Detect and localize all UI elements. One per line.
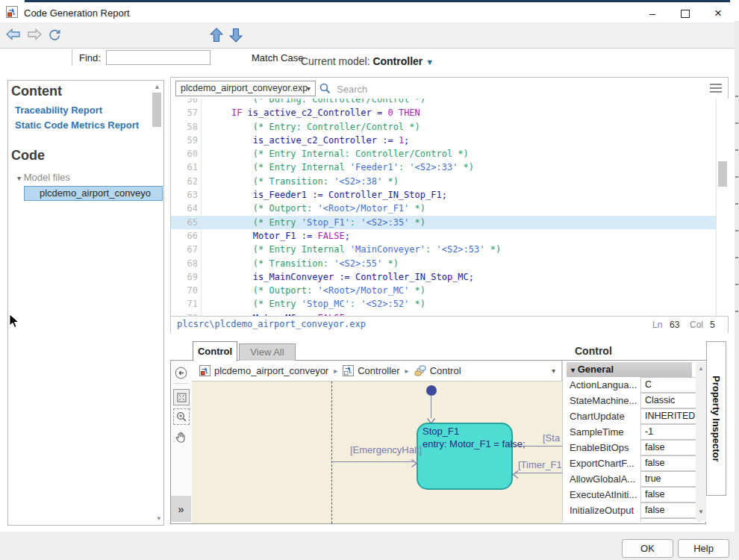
maximize-button[interactable] <box>675 5 696 22</box>
sidebar-scroll-down-icon[interactable]: ▾ <box>157 514 160 522</box>
code-trace-link[interactable]: '<S2>:33' <box>409 162 458 172</box>
code-trace-link[interactable]: 'MainConveyer' <box>350 244 425 255</box>
file-dropdown[interactable]: plcdemo_airport_conveyor.exp ▾ <box>175 81 316 96</box>
code-scrollbar-thumb[interactable] <box>718 161 727 187</box>
property-panel: ▾ General ActionLangua...CStateMachine..… <box>562 361 706 522</box>
transition-label-timer-f1[interactable]: [Timer_F1 <box>518 459 562 470</box>
current-model-bar: Current model: Controller ▼ <box>0 48 735 75</box>
code-text: is_Feeder1 := Controller_IN_Stop_F1; <box>210 188 447 202</box>
code-trace-link[interactable]: '<Root>/Motor_MC' <box>318 285 410 296</box>
code-trace-link[interactable]: 'Stop_MC' <box>302 299 350 309</box>
code-text: (* Entry Internal: Controller/Control *) <box>210 147 469 161</box>
transition-label-emergencyhalt[interactable]: [EmergencyHalt] <box>350 444 422 455</box>
code-trace-link[interactable]: '<S2>:52' <box>361 299 409 309</box>
back-circle-icon[interactable] <box>173 365 188 380</box>
current-model-value[interactable]: Controller <box>372 55 422 67</box>
app-icon <box>6 6 18 21</box>
property-value[interactable]: false <box>640 487 699 503</box>
tab-view-all[interactable]: View All <box>239 343 296 361</box>
code-text: (* Entry 'Stop_MC': '<S2>:52' *) <box>210 297 425 311</box>
property-label: StateMachine... <box>570 395 638 406</box>
property-scroll-down-icon[interactable]: ▼ <box>698 508 704 515</box>
code-statusbar: plcsrc\plcdemo_airport_conveyor.exp Ln 6… <box>171 316 728 333</box>
pan-hand-icon[interactable] <box>173 429 188 444</box>
property-value[interactable]: false <box>640 503 699 518</box>
code-heading: Code <box>11 148 45 164</box>
breadcrumb-dropdown-caret[interactable]: ▾ <box>552 367 555 375</box>
line-number: 57 <box>171 106 198 119</box>
forward-icon[interactable] <box>27 28 42 43</box>
traceability-report-link[interactable]: Traceability Report <box>15 105 102 116</box>
tree-collapse-caret[interactable]: ▾ <box>17 174 21 182</box>
state-label: Stop_F1 entry: Motor_F1 = false; <box>422 425 526 450</box>
sidebar-scrollbar-thumb[interactable] <box>152 93 161 127</box>
line-number: 61 <box>171 161 198 174</box>
file-dropdown-caret-icon[interactable]: ▾ <box>307 81 311 96</box>
property-value[interactable]: false <box>640 518 699 522</box>
state-name: Stop_F1 <box>422 425 526 438</box>
property-value[interactable]: true <box>640 471 699 487</box>
property-scrollbar[interactable]: ▲ ▼ <box>696 362 706 520</box>
transition-label-start[interactable]: [Sta <box>543 432 560 444</box>
code-trace-link[interactable]: 'Stop_F1' <box>302 217 350 228</box>
static-code-metrics-link[interactable]: Static Code Metrics Report <box>15 119 139 131</box>
transition-line-out-right[interactable] <box>513 446 562 447</box>
code-token: ; <box>345 231 350 241</box>
property-value[interactable]: INHERITED <box>640 408 699 424</box>
code-token: FALSE <box>318 231 345 241</box>
line-number: 70 <box>171 284 198 297</box>
menu-icon[interactable] <box>710 81 722 95</box>
property-value[interactable]: Classic <box>640 393 699 408</box>
zoom-in-icon[interactable] <box>173 408 190 425</box>
code-token: (* Entry Internal <box>253 244 350 255</box>
code-text: is_MainConveyer := Controller_IN_Stop_MC… <box>210 270 474 284</box>
property-row: InitializeOutputfalse <box>567 503 696 518</box>
subsystem-icon <box>343 365 354 376</box>
breadcrumb-item[interactable]: Control <box>414 365 461 376</box>
breadcrumb-item[interactable]: plcdemo_airport_conveyor <box>199 365 328 376</box>
code-token: THEN <box>399 108 420 118</box>
property-scroll-up-icon[interactable]: ▲ <box>698 365 704 372</box>
breadcrumb-separator-icon: ▸ <box>334 367 337 375</box>
code-trace-link[interactable]: '<S2>:53' <box>436 244 484 255</box>
code-trace-link[interactable]: '<S2>:38' <box>334 176 382 187</box>
close-button[interactable]: × <box>708 5 729 22</box>
code-trace-link[interactable]: 'Feeder1' <box>350 162 399 172</box>
property-row: StateMachine...Classic <box>567 393 696 408</box>
code-trace-link[interactable]: '<Root>/Motor_F1' <box>318 203 410 214</box>
minimize-button[interactable]: – <box>642 5 663 22</box>
sidebar-scroll-up-icon[interactable]: ▲ <box>154 83 160 90</box>
code-scrollbar[interactable] <box>716 99 729 316</box>
ok-button[interactable]: OK <box>622 539 673 558</box>
property-value[interactable]: false <box>640 440 699 455</box>
line-number: 68 <box>171 257 198 270</box>
mouse-cursor <box>9 314 21 333</box>
tab-control[interactable]: Control <box>193 341 237 361</box>
section-collapse-caret[interactable]: ▾ <box>571 366 575 374</box>
find-next-icon[interactable] <box>229 28 243 46</box>
transition-line-left[interactable] <box>331 461 414 462</box>
selected-model-file-item[interactable]: plcdemo_airport_conveyo <box>24 186 163 201</box>
property-inspector-side-tab[interactable]: Property Inspector <box>706 341 726 496</box>
general-section-header[interactable]: ▾ General <box>567 362 692 377</box>
find-previous-icon[interactable] <box>210 28 223 46</box>
code-trace-link[interactable]: '<S2>:35' <box>361 217 409 228</box>
model-dropdown-caret[interactable]: ▼ <box>425 57 434 66</box>
arrowhead-left-icon <box>512 469 520 482</box>
fit-to-view-icon[interactable] <box>173 389 190 405</box>
expand-toolbar-button[interactable]: » <box>171 496 191 522</box>
back-icon[interactable] <box>6 28 21 43</box>
code-trace-link[interactable]: '<S2>:55' <box>334 258 382 269</box>
model-files-tree-item[interactable]: ▾ Model files <box>17 172 70 183</box>
property-value[interactable]: false <box>640 455 699 471</box>
property-label: ExportChartF... <box>570 458 638 469</box>
property-value[interactable]: C <box>640 377 699 393</box>
transition-line-in-right[interactable] <box>516 473 562 473</box>
code-search-input[interactable] <box>335 81 562 96</box>
property-value[interactable]: -1 <box>640 424 699 440</box>
help-button[interactable]: Help <box>678 539 729 558</box>
property-label: EnableNonTe... <box>570 520 638 522</box>
breadcrumb-items: plcdemo_airport_conveyor▸Controller▸Cont… <box>199 365 467 376</box>
breadcrumb-item[interactable]: Controller <box>343 365 399 376</box>
refresh-icon[interactable] <box>48 28 61 44</box>
